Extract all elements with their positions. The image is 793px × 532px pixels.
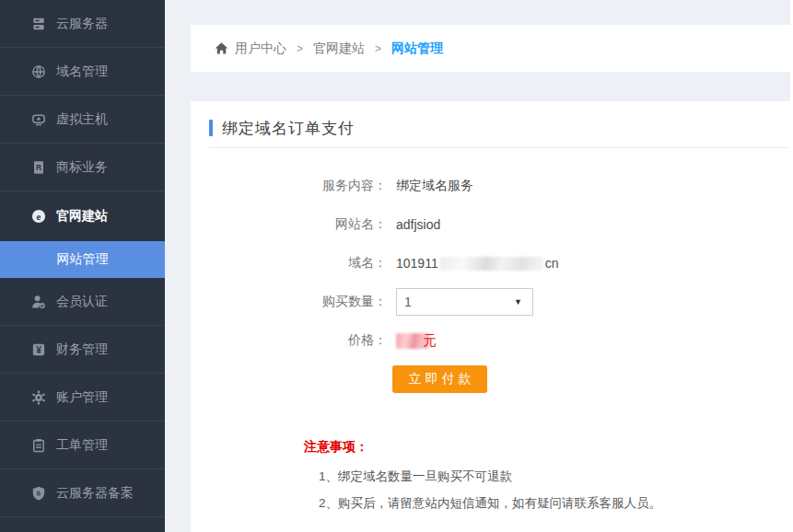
sidebar-item-member-auth[interactable]: 会员认证 bbox=[0, 278, 165, 326]
breadcrumb-item[interactable]: 用户中心 bbox=[235, 40, 286, 57]
gear-icon bbox=[31, 390, 46, 405]
site-name-value: adfjsiod bbox=[396, 217, 440, 232]
sidebar-item-finance-manage[interactable]: ¥财务管理 bbox=[0, 326, 165, 374]
title-accent-bar bbox=[209, 120, 213, 136]
note-item: 2、购买后，请留意站内短信通知，如有疑问请联系客服人员。 bbox=[319, 495, 793, 511]
form-row-quantity: 购买数量： 1 ▼ bbox=[191, 288, 793, 316]
form-row-site-name: 网站名： adfjsiod bbox=[191, 211, 793, 238]
sidebar-item-label: 会员认证 bbox=[56, 294, 108, 310]
form-row-domain: 域名： 101911 cn bbox=[191, 249, 793, 277]
breadcrumb-separator: > bbox=[375, 42, 381, 55]
svg-text:R: R bbox=[36, 163, 42, 172]
breadcrumb-item[interactable]: 官网建站 bbox=[313, 40, 365, 57]
member-icon bbox=[31, 295, 46, 309]
app-window: 云服务器域名管理虚拟主机R商标业务e官网建站网站管理会员认证¥财务管理账户管理工… bbox=[0, 0, 793, 532]
service-label: 服务内容： bbox=[191, 178, 387, 194]
sidebar-item-label: 虚拟主机 bbox=[56, 111, 108, 128]
quantity-select[interactable]: 1 ▼ bbox=[396, 288, 533, 316]
domain-suffix: cn bbox=[545, 256, 559, 271]
sidebar-item-label: 域名管理 bbox=[56, 64, 108, 80]
workorder-icon bbox=[31, 438, 46, 453]
pay-now-button[interactable]: 立即付款 bbox=[392, 365, 487, 393]
domain-value: 101911 cn bbox=[396, 256, 558, 271]
form-row-service: 服务内容： 绑定域名服务 bbox=[191, 172, 793, 200]
breadcrumb-item[interactable]: 网站管理 bbox=[391, 40, 443, 57]
page-title: 绑定域名订单支付 bbox=[222, 118, 355, 139]
sidebar-item-label: 商标业务 bbox=[56, 159, 108, 176]
order-form: 服务内容： 绑定域名服务 网站名： adfjsiod 域名： 101911 cn… bbox=[191, 172, 793, 393]
home-icon bbox=[215, 41, 228, 55]
sidebar-item-label: 账户管理 bbox=[56, 389, 108, 406]
service-value: 绑定域名服务 bbox=[396, 178, 473, 194]
sidebar-item-account-manage[interactable]: 账户管理 bbox=[0, 374, 165, 422]
sidebar-item-workorder[interactable]: 工单管理 bbox=[0, 422, 165, 469]
domain-label: 域名： bbox=[191, 255, 387, 272]
sidebar-item-server-filing[interactable]: 备云服务器备案 bbox=[0, 469, 165, 517]
globe-icon bbox=[31, 64, 46, 79]
sidebar-item-site-manage[interactable]: 网站管理 bbox=[0, 241, 165, 278]
form-row-price: 价格： 元 bbox=[191, 327, 793, 354]
finance-icon: ¥ bbox=[31, 342, 46, 357]
trademark-icon: R bbox=[31, 160, 46, 175]
site-name-label: 网站名： bbox=[191, 216, 387, 233]
price-unit: 元 bbox=[423, 332, 437, 350]
quantity-field: 1 ▼ bbox=[396, 288, 533, 316]
sidebar-item-website-build[interactable]: e官网建站 bbox=[0, 191, 165, 241]
sidebar-item-label: 云服务器 bbox=[56, 16, 108, 32]
notes-section: 注意事项： 1、绑定域名数量一旦购买不可退款2、购买后，请留意站内短信通知，如有… bbox=[304, 439, 793, 511]
notes-list: 1、绑定域名数量一旦购买不可退款2、购买后，请留意站内短信通知，如有疑问请联系客… bbox=[304, 468, 793, 511]
sidebar-item-label: 云服务器备案 bbox=[56, 485, 134, 502]
sidebar: 云服务器域名管理虚拟主机R商标业务e官网建站网站管理会员认证¥财务管理账户管理工… bbox=[0, 0, 165, 532]
shield-icon: 备 bbox=[31, 486, 46, 501]
sidebar-item-cloud-server[interactable]: 云服务器 bbox=[0, 0, 165, 48]
quantity-select-value: 1 bbox=[404, 295, 412, 309]
sidebar-item-label: 网站管理 bbox=[57, 251, 109, 268]
svg-text:e: e bbox=[37, 211, 41, 222]
breadcrumb-separator: > bbox=[297, 42, 303, 55]
host-icon bbox=[31, 112, 46, 127]
breadcrumb: 用户中心>官网建站>网站管理 bbox=[191, 25, 793, 72]
price-value: 元 bbox=[396, 332, 437, 350]
domain-prefix: 101911 bbox=[396, 256, 438, 271]
domain-redacted-blur bbox=[440, 257, 543, 271]
website-icon: e bbox=[31, 209, 46, 224]
sidebar-item-label: 工单管理 bbox=[56, 437, 108, 454]
main-card: 绑定域名订单支付 服务内容： 绑定域名服务 网站名： adfjsiod 域名： … bbox=[191, 101, 793, 532]
sidebar-item-domain-manage[interactable]: 域名管理 bbox=[0, 48, 165, 96]
sidebar-item-label: 官网建站 bbox=[56, 208, 108, 225]
sidebar-item-virtual-host[interactable]: 虚拟主机 bbox=[0, 96, 165, 144]
quantity-label: 购买数量： bbox=[191, 294, 387, 310]
price-label: 价格： bbox=[191, 332, 387, 349]
chevron-down-icon: ▼ bbox=[514, 297, 522, 306]
sidebar-item-trademark[interactable]: R商标业务 bbox=[0, 144, 165, 191]
notes-title: 注意事项： bbox=[304, 439, 793, 456]
page-title-row: 绑定域名订单支付 bbox=[209, 118, 793, 138]
note-item: 1、绑定域名数量一旦购买不可退款 bbox=[319, 468, 793, 484]
server-icon bbox=[31, 17, 46, 31]
form-row-submit: 立即付款 bbox=[191, 365, 793, 393]
svg-text:备: 备 bbox=[36, 490, 41, 496]
title-divider bbox=[209, 147, 789, 148]
sidebar-item-label: 财务管理 bbox=[56, 341, 108, 358]
svg-text:¥: ¥ bbox=[36, 344, 41, 354]
